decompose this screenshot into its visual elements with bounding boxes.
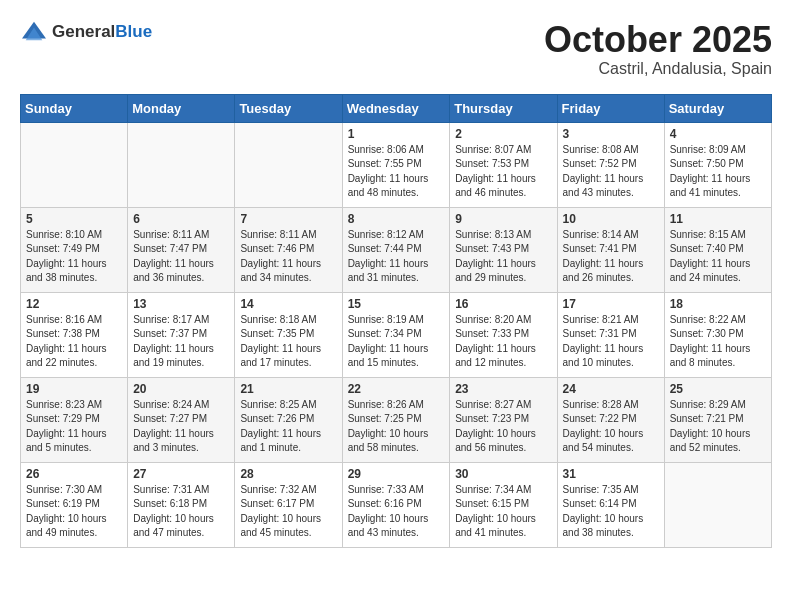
day-info: Sunrise: 8:27 AMSunset: 7:23 PMDaylight:… <box>455 398 551 456</box>
calendar-cell: 9Sunrise: 8:13 AMSunset: 7:43 PMDaylight… <box>450 207 557 292</box>
calendar-cell <box>21 122 128 207</box>
day-number: 27 <box>133 467 229 481</box>
calendar-cell: 24Sunrise: 8:28 AMSunset: 7:22 PMDayligh… <box>557 377 664 462</box>
calendar-cell: 13Sunrise: 8:17 AMSunset: 7:37 PMDayligh… <box>128 292 235 377</box>
day-info: Sunrise: 8:14 AMSunset: 7:41 PMDaylight:… <box>563 228 659 286</box>
calendar-cell: 11Sunrise: 8:15 AMSunset: 7:40 PMDayligh… <box>664 207 771 292</box>
calendar-cell: 8Sunrise: 8:12 AMSunset: 7:44 PMDaylight… <box>342 207 450 292</box>
calendar-table: SundayMondayTuesdayWednesdayThursdayFrid… <box>20 94 772 548</box>
calendar-cell: 27Sunrise: 7:31 AMSunset: 6:18 PMDayligh… <box>128 462 235 547</box>
day-number: 10 <box>563 212 659 226</box>
day-number: 7 <box>240 212 336 226</box>
day-info: Sunrise: 8:20 AMSunset: 7:33 PMDaylight:… <box>455 313 551 371</box>
day-info: Sunrise: 8:25 AMSunset: 7:26 PMDaylight:… <box>240 398 336 456</box>
day-number: 15 <box>348 297 445 311</box>
day-info: Sunrise: 8:11 AMSunset: 7:47 PMDaylight:… <box>133 228 229 286</box>
day-info: Sunrise: 8:08 AMSunset: 7:52 PMDaylight:… <box>563 143 659 201</box>
calendar-cell: 23Sunrise: 8:27 AMSunset: 7:23 PMDayligh… <box>450 377 557 462</box>
day-info: Sunrise: 7:33 AMSunset: 6:16 PMDaylight:… <box>348 483 445 541</box>
calendar-cell: 26Sunrise: 7:30 AMSunset: 6:19 PMDayligh… <box>21 462 128 547</box>
day-number: 5 <box>26 212 122 226</box>
day-number: 31 <box>563 467 659 481</box>
day-number: 24 <box>563 382 659 396</box>
calendar-week-row: 12Sunrise: 8:16 AMSunset: 7:38 PMDayligh… <box>21 292 772 377</box>
weekday-header: Monday <box>128 94 235 122</box>
day-number: 11 <box>670 212 766 226</box>
day-info: Sunrise: 8:13 AMSunset: 7:43 PMDaylight:… <box>455 228 551 286</box>
day-info: Sunrise: 7:34 AMSunset: 6:15 PMDaylight:… <box>455 483 551 541</box>
day-info: Sunrise: 8:23 AMSunset: 7:29 PMDaylight:… <box>26 398 122 456</box>
calendar-cell: 4Sunrise: 8:09 AMSunset: 7:50 PMDaylight… <box>664 122 771 207</box>
calendar-cell: 25Sunrise: 8:29 AMSunset: 7:21 PMDayligh… <box>664 377 771 462</box>
day-info: Sunrise: 8:15 AMSunset: 7:40 PMDaylight:… <box>670 228 766 286</box>
calendar-cell: 18Sunrise: 8:22 AMSunset: 7:30 PMDayligh… <box>664 292 771 377</box>
day-number: 17 <box>563 297 659 311</box>
day-number: 29 <box>348 467 445 481</box>
calendar-cell <box>128 122 235 207</box>
calendar-week-row: 19Sunrise: 8:23 AMSunset: 7:29 PMDayligh… <box>21 377 772 462</box>
calendar-header-row: SundayMondayTuesdayWednesdayThursdayFrid… <box>21 94 772 122</box>
month-title: October 2025 <box>544 20 772 60</box>
day-number: 20 <box>133 382 229 396</box>
logo-general: General <box>52 22 115 41</box>
logo-blue: Blue <box>115 22 152 41</box>
day-info: Sunrise: 8:24 AMSunset: 7:27 PMDaylight:… <box>133 398 229 456</box>
calendar-cell: 29Sunrise: 7:33 AMSunset: 6:16 PMDayligh… <box>342 462 450 547</box>
calendar-cell <box>664 462 771 547</box>
day-number: 3 <box>563 127 659 141</box>
day-number: 6 <box>133 212 229 226</box>
weekday-header: Friday <box>557 94 664 122</box>
weekday-header: Sunday <box>21 94 128 122</box>
day-number: 19 <box>26 382 122 396</box>
day-number: 1 <box>348 127 445 141</box>
day-number: 8 <box>348 212 445 226</box>
day-info: Sunrise: 8:11 AMSunset: 7:46 PMDaylight:… <box>240 228 336 286</box>
day-number: 14 <box>240 297 336 311</box>
day-number: 22 <box>348 382 445 396</box>
location-title: Castril, Andalusia, Spain <box>544 60 772 78</box>
day-info: Sunrise: 7:35 AMSunset: 6:14 PMDaylight:… <box>563 483 659 541</box>
day-info: Sunrise: 8:09 AMSunset: 7:50 PMDaylight:… <box>670 143 766 201</box>
calendar-cell: 28Sunrise: 7:32 AMSunset: 6:17 PMDayligh… <box>235 462 342 547</box>
page-header: GeneralBlue October 2025 Castril, Andalu… <box>20 20 772 78</box>
day-info: Sunrise: 8:22 AMSunset: 7:30 PMDaylight:… <box>670 313 766 371</box>
calendar-cell: 16Sunrise: 8:20 AMSunset: 7:33 PMDayligh… <box>450 292 557 377</box>
calendar-week-row: 1Sunrise: 8:06 AMSunset: 7:55 PMDaylight… <box>21 122 772 207</box>
calendar-cell: 20Sunrise: 8:24 AMSunset: 7:27 PMDayligh… <box>128 377 235 462</box>
calendar-cell: 1Sunrise: 8:06 AMSunset: 7:55 PMDaylight… <box>342 122 450 207</box>
day-number: 30 <box>455 467 551 481</box>
calendar-cell: 10Sunrise: 8:14 AMSunset: 7:41 PMDayligh… <box>557 207 664 292</box>
day-info: Sunrise: 7:32 AMSunset: 6:17 PMDaylight:… <box>240 483 336 541</box>
day-number: 26 <box>26 467 122 481</box>
day-number: 2 <box>455 127 551 141</box>
day-info: Sunrise: 8:06 AMSunset: 7:55 PMDaylight:… <box>348 143 445 201</box>
weekday-header: Wednesday <box>342 94 450 122</box>
calendar-cell: 12Sunrise: 8:16 AMSunset: 7:38 PMDayligh… <box>21 292 128 377</box>
calendar-cell: 31Sunrise: 7:35 AMSunset: 6:14 PMDayligh… <box>557 462 664 547</box>
day-number: 25 <box>670 382 766 396</box>
day-info: Sunrise: 8:12 AMSunset: 7:44 PMDaylight:… <box>348 228 445 286</box>
weekday-header: Thursday <box>450 94 557 122</box>
title-block: October 2025 Castril, Andalusia, Spain <box>544 20 772 78</box>
day-number: 9 <box>455 212 551 226</box>
weekday-header: Tuesday <box>235 94 342 122</box>
day-number: 13 <box>133 297 229 311</box>
day-number: 4 <box>670 127 766 141</box>
calendar-week-row: 26Sunrise: 7:30 AMSunset: 6:19 PMDayligh… <box>21 462 772 547</box>
calendar-cell: 7Sunrise: 8:11 AMSunset: 7:46 PMDaylight… <box>235 207 342 292</box>
calendar-cell: 17Sunrise: 8:21 AMSunset: 7:31 PMDayligh… <box>557 292 664 377</box>
day-info: Sunrise: 7:30 AMSunset: 6:19 PMDaylight:… <box>26 483 122 541</box>
day-info: Sunrise: 8:19 AMSunset: 7:34 PMDaylight:… <box>348 313 445 371</box>
calendar-cell: 5Sunrise: 8:10 AMSunset: 7:49 PMDaylight… <box>21 207 128 292</box>
day-number: 12 <box>26 297 122 311</box>
day-number: 18 <box>670 297 766 311</box>
weekday-header: Saturday <box>664 94 771 122</box>
calendar-cell: 15Sunrise: 8:19 AMSunset: 7:34 PMDayligh… <box>342 292 450 377</box>
day-info: Sunrise: 8:18 AMSunset: 7:35 PMDaylight:… <box>240 313 336 371</box>
day-number: 21 <box>240 382 336 396</box>
day-info: Sunrise: 7:31 AMSunset: 6:18 PMDaylight:… <box>133 483 229 541</box>
day-number: 16 <box>455 297 551 311</box>
calendar-cell: 2Sunrise: 8:07 AMSunset: 7:53 PMDaylight… <box>450 122 557 207</box>
day-info: Sunrise: 8:17 AMSunset: 7:37 PMDaylight:… <box>133 313 229 371</box>
logo: GeneralBlue <box>20 20 152 44</box>
